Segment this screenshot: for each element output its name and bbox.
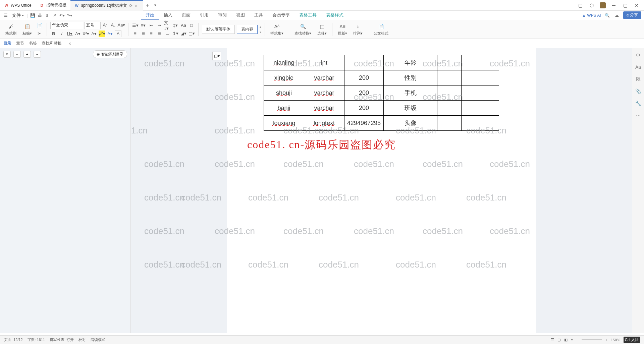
change-case-icon[interactable]: Aa▾ <box>118 22 125 28</box>
cloud-icon[interactable]: ☁ <box>614 12 620 18</box>
increase-font-icon[interactable]: A↑ <box>102 22 109 28</box>
line-spacing-icon[interactable]: ‡▾ <box>172 22 179 29</box>
highlight-button[interactable]: 🖍▾ <box>99 31 105 37</box>
windows-icon[interactable]: ▢ <box>577 2 584 9</box>
empty-cell[interactable] <box>462 116 499 131</box>
ribbon-tab-page[interactable]: 页面 <box>177 11 195 20</box>
border-icon[interactable]: □ <box>188 22 195 29</box>
type-cell[interactable]: varchar <box>304 101 344 116</box>
database-table[interactable]: nianling int 年龄 xingbie varchar 200 性别 <box>264 55 499 131</box>
nav-tab-toc[interactable]: 目录 <box>3 41 11 46</box>
tab-refresh-icon[interactable]: ⟳ <box>129 3 132 8</box>
justify-icon[interactable]: ≣ <box>156 30 163 37</box>
share-button[interactable]: ⎋ 分享 <box>623 11 641 19</box>
zoom-out-button[interactable]: − <box>576 338 578 342</box>
field-cell[interactable]: xingbie <box>264 70 304 85</box>
new-tab-button[interactable]: + <box>143 2 152 8</box>
style-scroll-up[interactable]: ▴ <box>260 25 261 28</box>
text-direction-icon[interactable]: 文↕▾ <box>164 22 171 29</box>
file-menu[interactable]: 文件▾ <box>10 12 26 18</box>
more-icon[interactable]: ⋯ <box>635 112 642 119</box>
italic-button[interactable]: I <box>58 31 65 37</box>
type-cell[interactable]: varchar <box>304 85 344 101</box>
print-icon[interactable]: 🖶 <box>37 12 43 18</box>
desc-cell[interactable]: 头像 <box>384 116 437 131</box>
empty-cell[interactable] <box>437 55 462 70</box>
increase-indent-icon[interactable]: ⇥ <box>156 22 163 29</box>
style-scroll-down[interactable]: ▾ <box>260 31 261 34</box>
remove-button[interactable]: − <box>34 51 41 58</box>
table-content-style[interactable]: 表内容 <box>237 25 258 34</box>
tool-icon[interactable]: 🔧 <box>635 100 642 107</box>
empty-cell[interactable] <box>437 85 462 101</box>
document-area[interactable]: ▢▾ nianling int 年龄 xingbie varchar 200 性… <box>131 48 632 333</box>
bullet-list-icon[interactable]: ☰▾ <box>132 22 139 29</box>
find-replace-group[interactable]: 🔍 查找替换▾ <box>292 23 313 36</box>
tab-document[interactable]: W springbootm3i1q数据库文 ⟳ × <box>70 0 143 11</box>
text-fill-button[interactable]: A▾ <box>107 31 113 37</box>
page-view-button[interactable]: ▢▾ <box>212 52 221 60</box>
spacing-icon[interactable]: ⇕▾ <box>172 30 179 37</box>
wps-ai-button[interactable]: ▲ WPS AI <box>582 13 601 18</box>
read-mode-status[interactable]: 阅读模式 <box>91 337 105 342</box>
len-cell[interactable]: 200 <box>344 70 383 85</box>
distribute-icon[interactable]: ▭ <box>164 30 171 37</box>
ribbon-tab-view[interactable]: 视图 <box>231 11 250 20</box>
len-cell[interactable] <box>344 55 383 70</box>
align-right-icon[interactable]: ≡ <box>148 30 155 37</box>
spell-check-status[interactable]: 拼写检查: 打开 <box>50 337 74 342</box>
empty-cell[interactable] <box>462 55 499 70</box>
ribbon-tab-member[interactable]: 会员专享 <box>268 11 294 20</box>
font-size-select[interactable] <box>85 22 101 29</box>
undo-icon[interactable]: ↶▾ <box>59 12 65 18</box>
shading-icon[interactable]: ◢▾ <box>180 30 187 37</box>
move-up-button[interactable]: ▴ <box>13 51 21 58</box>
properties-icon[interactable]: ⚙ <box>635 52 642 58</box>
desc-cell[interactable]: 年龄 <box>384 55 437 70</box>
desc-cell[interactable]: 班级 <box>384 101 437 116</box>
empty-cell[interactable] <box>462 101 499 116</box>
type-cell[interactable]: int <box>304 55 344 70</box>
avatar-icon[interactable] <box>600 2 606 8</box>
add-button[interactable]: + <box>23 51 31 58</box>
close-button[interactable]: ✕ <box>633 2 640 9</box>
type-cell[interactable]: longtext <box>304 116 344 131</box>
collapse-button[interactable]: ▾ <box>3 51 11 58</box>
desc-cell[interactable]: 手机 <box>384 85 437 101</box>
nav-tab-chapter[interactable]: 章节 <box>16 41 24 46</box>
decrease-indent-icon[interactable]: ⇤ <box>148 22 155 29</box>
style-icon[interactable]: Aa <box>635 64 642 70</box>
close-icon[interactable]: × <box>135 3 139 8</box>
minimize-button[interactable]: ─ <box>610 2 617 9</box>
nav-tab-find[interactable]: 查找和替换 <box>42 41 62 46</box>
empty-cell[interactable] <box>462 70 499 85</box>
hamburger-icon[interactable]: ☰ <box>3 12 9 18</box>
decrease-font-icon[interactable]: A↓ <box>110 22 117 28</box>
align-center-icon[interactable]: ≣ <box>140 30 147 37</box>
zoom-slider[interactable] <box>582 339 602 340</box>
underline-button[interactable]: U▾ <box>66 31 73 37</box>
paste-group[interactable]: 📋 粘贴▾ <box>20 23 34 36</box>
page-indicator[interactable]: 页面: 12/12 <box>4 337 23 342</box>
cut-icon[interactable]: ✂ <box>36 30 43 37</box>
office-mode-group[interactable]: 📄 公文模式 <box>372 23 390 36</box>
tab-menu-button[interactable]: ▾ <box>152 3 159 7</box>
clip-icon[interactable]: 📎 <box>635 88 642 95</box>
view-page-icon[interactable]: ▢ <box>557 338 561 342</box>
field-cell[interactable]: nianling <box>264 55 304 70</box>
zoom-in-button[interactable]: + <box>605 338 607 342</box>
ribbon-tab-start[interactable]: 开始 <box>141 11 159 20</box>
search-icon[interactable]: 🔍 <box>604 12 610 18</box>
sort-group[interactable]: ↕ 排列▾ <box>351 23 365 36</box>
nav-tab-bookmark[interactable]: 书签 <box>29 41 37 46</box>
arrange-group[interactable]: A≡ 排版▾ <box>336 23 349 36</box>
empty-cell[interactable] <box>437 101 462 116</box>
tab-template[interactable]: D 找稿壳模板 <box>36 0 70 11</box>
field-cell[interactable]: shouji <box>264 85 304 101</box>
field-cell[interactable]: banji <box>264 101 304 116</box>
ribbon-tab-review[interactable]: 审阅 <box>213 11 231 20</box>
field-cell[interactable]: touxiang <box>264 116 304 131</box>
word-count[interactable]: 字数: 1611 <box>28 337 45 342</box>
strike-button[interactable]: A̵▾ <box>74 31 81 37</box>
style-set-group[interactable]: Aᴬ 样式集▾ <box>268 23 285 36</box>
